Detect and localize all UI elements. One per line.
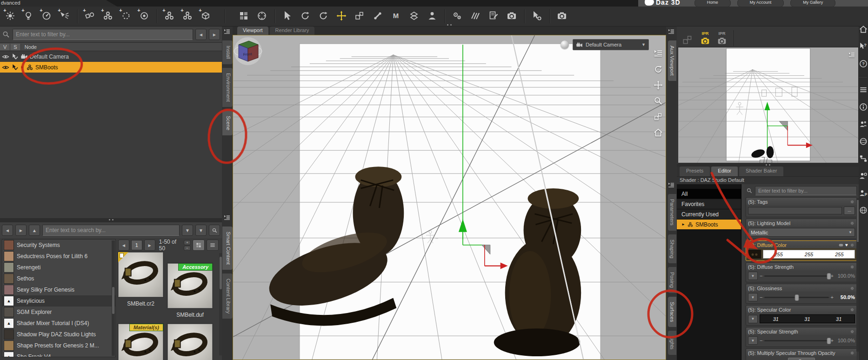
value-dropdown-button[interactable]: ▼ [748, 272, 758, 280]
value-dropdown-button[interactable]: ▼ [748, 293, 758, 301]
node-default-camera[interactable]: Default Camera [0, 51, 222, 62]
select-check-icon[interactable] [11, 64, 19, 71]
help-icon[interactable] [859, 59, 868, 68]
brush-tool[interactable] [470, 10, 482, 22]
simulation-tool[interactable] [452, 10, 464, 22]
people-icon[interactable] [859, 120, 868, 129]
product-row[interactable]: Shape Presets for Genesis 2 M... [2, 340, 115, 351]
view-cube[interactable]: Front [233, 35, 263, 67]
tab-aux-viewport[interactable]: Aux Viewport [668, 40, 676, 81]
content-search-input[interactable] [42, 225, 180, 236]
nav-my-gallery[interactable]: My Gallery [790, 0, 835, 7]
person-gear-icon[interactable] [859, 171, 868, 180]
gear-icon[interactable] [849, 307, 855, 313]
slider-value[interactable]: 100.0% [835, 338, 855, 343]
file-scrollbar[interactable] [219, 253, 222, 355]
link-icon[interactable] [838, 242, 844, 248]
node-graph-icon[interactable] [859, 154, 868, 163]
new-group-button[interactable]: + [164, 10, 176, 22]
figure-setup-tool[interactable] [427, 10, 439, 22]
value-dropdown-button[interactable]: ▼ [748, 336, 758, 345]
home-view-icon[interactable] [653, 127, 663, 138]
nav-my-account[interactable]: My Account [737, 0, 784, 7]
joint-editor-tool[interactable] [372, 10, 384, 22]
gear-icon[interactable] [849, 220, 855, 226]
new-camera-button[interactable]: + [84, 10, 96, 22]
expand-icon[interactable]: ► [20, 65, 24, 69]
tab-viewport[interactable]: Viewport [237, 27, 268, 35]
group-smboots[interactable]: ► SMBoots [677, 220, 741, 230]
slider-track[interactable] [764, 340, 828, 341]
node-smboots[interactable]: ► SMBoots [0, 62, 222, 73]
product-row[interactable]: Sexy Silky For Genesis [2, 284, 115, 295]
new-distant-light-button[interactable]: + [41, 10, 53, 22]
tab-install[interactable]: Install [222, 40, 233, 64]
back-button[interactable]: ◄ [2, 225, 13, 236]
search-go-button[interactable] [209, 225, 220, 236]
zoom-icon[interactable] [653, 96, 663, 106]
file-card[interactable]: Material(s) [118, 324, 163, 360]
increment-icon[interactable]: + [831, 294, 834, 300]
slider-value[interactable]: 50.0% [835, 294, 855, 300]
page-prev-button[interactable]: ◄ [118, 240, 129, 251]
gear-icon[interactable] [849, 264, 855, 270]
filter-next-button[interactable]: ► [209, 29, 220, 40]
spot-render-tool[interactable] [506, 10, 518, 22]
gear-icon[interactable] [849, 199, 855, 205]
expand-icon[interactable]: ► [681, 222, 685, 227]
new-dformer-button[interactable]: + [139, 10, 151, 22]
tab-content-library[interactable]: Content Library [222, 273, 233, 319]
tab-smart-content[interactable]: Smart Content [222, 227, 233, 270]
ipr-play-button[interactable]: IPR [717, 31, 727, 46]
lighting-model-dropdown[interactable]: Metallic▼ [748, 228, 855, 237]
pane-menu-icon[interactable] [667, 28, 675, 35]
gear-icon[interactable] [849, 350, 855, 356]
universal-tool[interactable] [336, 10, 348, 22]
zoom-out-button[interactable]: − [184, 246, 191, 251]
pane-menu-icon[interactable] [848, 51, 856, 59]
viewport-canvas[interactable]: Default Camera ▼ Front [233, 35, 666, 360]
search-filter-dropdown[interactable]: ▼ [182, 225, 193, 236]
workspace-tab[interactable]: dvanced [0, 0, 117, 7]
pane-menu-icon[interactable] [223, 214, 231, 221]
product-row[interactable]: ▲ She Freak V4 [2, 351, 115, 357]
list-icon[interactable] [859, 85, 868, 94]
forward-button[interactable]: ► [15, 225, 27, 236]
toggle-button[interactable]: On [788, 358, 815, 360]
column-node[interactable]: Node [21, 44, 40, 50]
sphere-icon[interactable] [859, 137, 868, 146]
rotate-tool[interactable] [300, 10, 312, 22]
slider-handle[interactable] [827, 273, 831, 280]
rgb-values[interactable]: 313131 [760, 314, 855, 323]
select-check-icon[interactable] [11, 53, 19, 60]
product-row[interactable]: Sethos [2, 273, 115, 284]
slider-track[interactable] [764, 297, 828, 298]
scale-tool[interactable] [354, 10, 366, 22]
increment-icon[interactable]: + [831, 338, 834, 343]
color-swatch[interactable] [748, 250, 761, 259]
scene-grid-button[interactable] [238, 10, 250, 22]
column-visible[interactable]: V [0, 44, 10, 50]
script-editor-button[interactable] [488, 10, 500, 22]
horizontal-splitter[interactable] [0, 218, 222, 221]
pan-icon[interactable] [653, 80, 663, 90]
frame-icon[interactable] [653, 112, 663, 122]
tab-presets[interactable]: Presets [680, 167, 710, 176]
new-spotlight-button[interactable]: + [5, 10, 17, 22]
lighting-sphere-icon[interactable] [561, 40, 569, 49]
render-button[interactable] [556, 10, 568, 22]
context-help-icon[interactable] [859, 42, 868, 51]
new-primitive-button[interactable]: + [200, 10, 212, 22]
camera-selector[interactable]: Default Camera ▼ [573, 39, 649, 50]
rgb-values[interactable]: 255255255 [763, 250, 855, 259]
slider-track[interactable] [764, 275, 828, 277]
product-row[interactable]: ▲ Sexylicious [2, 295, 115, 307]
orbit-icon[interactable] [653, 64, 663, 74]
new-null-button[interactable]: + [120, 10, 133, 22]
file-card[interactable] [167, 324, 213, 360]
up-button[interactable]: ▲ [29, 225, 40, 236]
page-next-button[interactable]: ► [144, 240, 155, 251]
tab-surfaces[interactable]: Surfaces [668, 297, 676, 327]
tab-shader-baker[interactable]: Shader Baker [739, 167, 783, 176]
tab-render-library[interactable]: Render Library [270, 27, 315, 35]
